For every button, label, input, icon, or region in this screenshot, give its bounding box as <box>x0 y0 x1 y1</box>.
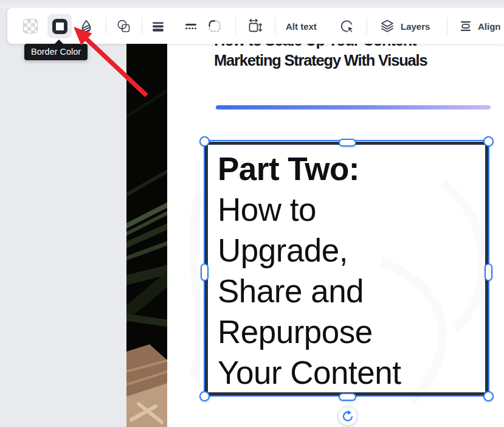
plant-photo-strip[interactable] <box>126 0 167 427</box>
toolbar-divider <box>106 18 106 34</box>
align-label: Align <box>478 21 501 32</box>
align-icon <box>459 19 472 33</box>
gradient-divider-line[interactable] <box>216 105 491 109</box>
text-line: Share and <box>218 271 485 311</box>
toolbar-divider <box>235 18 236 34</box>
design-page[interactable]: How to Scale Up Your Content Marketing S… <box>126 0 504 427</box>
alt-text-label: Alt text <box>286 21 317 32</box>
toolbar-divider <box>367 18 367 34</box>
animate-click-button[interactable] <box>334 14 359 38</box>
transparency-grid-button[interactable] <box>18 14 43 38</box>
text-line: How to <box>218 189 485 230</box>
resize-handle-top[interactable] <box>339 139 356 147</box>
tooltip-label: Border Color <box>31 47 81 57</box>
text-line: Your Content <box>218 352 485 393</box>
border-color-tooltip: Border Color <box>24 44 88 60</box>
border-weight-icon <box>151 19 165 33</box>
toolbar-divider <box>142 18 142 34</box>
rotate-handle[interactable] <box>338 406 357 426</box>
resize-handle-bottom-right[interactable] <box>483 391 494 401</box>
toolbar-divider <box>275 18 275 34</box>
droplet-icon <box>79 19 94 33</box>
canva-editor: How to Scale Up Your Content Marketing S… <box>0 0 504 427</box>
border-weight-button[interactable] <box>146 14 170 38</box>
rotate-icon <box>340 409 355 423</box>
resize-handle-left[interactable] <box>201 263 209 281</box>
overlap-shapes-icon <box>116 19 132 34</box>
align-button[interactable]: Align <box>459 14 501 38</box>
resize-button[interactable] <box>243 14 267 38</box>
overlap-shapes-button[interactable] <box>112 14 136 38</box>
text-line: Repurpose <box>218 311 485 352</box>
border-style-icon <box>184 19 198 33</box>
text-line: Upgrade, <box>218 230 485 271</box>
layers-button[interactable]: Layers <box>379 14 430 38</box>
resize-handle-right[interactable] <box>485 263 492 281</box>
resize-handle-bottom[interactable] <box>339 393 356 401</box>
tooltip-caret <box>55 40 63 44</box>
text-line-bold: Part Two: <box>218 148 485 189</box>
toolbar-divider <box>447 18 447 34</box>
border-style-button[interactable] <box>179 14 203 38</box>
top-bar-edge <box>0 0 504 8</box>
selected-text-box[interactable]: Part Two: How to Upgrade, Share and Repu… <box>205 142 488 395</box>
context-toolbar: Alt text Layers <box>7 8 504 44</box>
border-color-icon <box>52 19 67 34</box>
resize-handle-bottom-left[interactable] <box>199 391 210 401</box>
alt-text-button[interactable]: Alt text <box>286 14 317 38</box>
corner-rounding-icon <box>207 19 222 33</box>
resize-handle-top-right[interactable] <box>483 136 494 147</box>
layers-label: Layers <box>401 21 430 32</box>
resize-handle-top-left[interactable] <box>199 136 210 147</box>
transparency-grid-icon <box>23 19 38 33</box>
border-color-button[interactable] <box>47 14 72 38</box>
resize-icon <box>247 18 263 34</box>
click-circle-icon <box>339 18 355 35</box>
corner-rounding-button[interactable] <box>202 14 227 38</box>
layers-icon <box>379 19 395 33</box>
heading-line2: Marketing Strategy With Visuals <box>214 50 500 71</box>
color-droplet-button[interactable] <box>74 14 98 38</box>
side-panel <box>0 0 126 427</box>
